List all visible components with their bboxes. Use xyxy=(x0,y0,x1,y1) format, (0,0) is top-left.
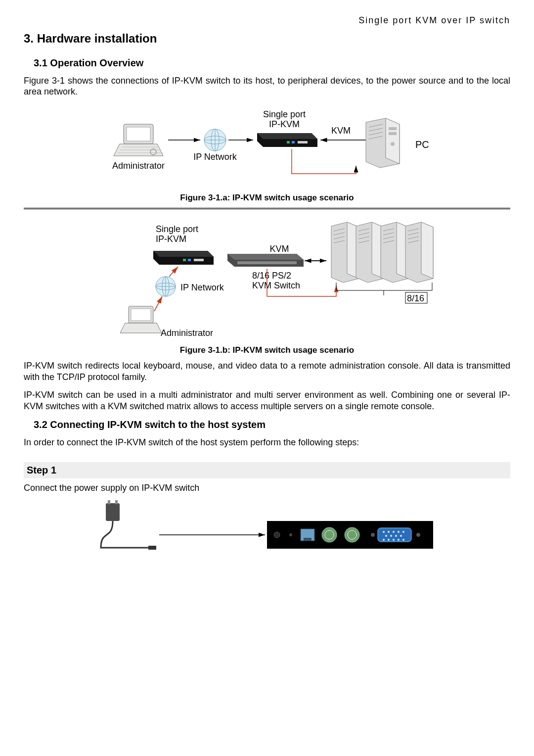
figure-divider xyxy=(24,208,510,209)
label-admin-b: Administrator xyxy=(161,328,213,338)
label-pc: PC xyxy=(415,139,429,150)
label-admin: Administrator xyxy=(112,161,165,171)
figure-3-1-a: Administrator IP Network Single port IP-… xyxy=(24,104,510,189)
server-tower-icon xyxy=(381,222,408,283)
server-tower-icon xyxy=(331,222,359,283)
svg-point-76 xyxy=(398,539,400,541)
globe-icon xyxy=(204,129,226,151)
globe-icon-b xyxy=(156,277,176,296)
section-3-2-title: 3.2 Connecting IP-KVM switch to the host… xyxy=(34,419,510,431)
server-tower-icon xyxy=(405,222,433,283)
label-sp2: IP-KVM xyxy=(269,119,300,129)
chapter-title: 3. Hardware installation xyxy=(24,31,510,46)
step1-figure xyxy=(24,500,510,560)
section-3-1-intro: Figure 3-1 shows the connections of IP-K… xyxy=(24,75,510,97)
svg-point-22 xyxy=(391,142,395,146)
svg-point-73 xyxy=(383,539,385,541)
svg-point-66 xyxy=(393,531,395,533)
svg-rect-25 xyxy=(194,259,204,261)
laptop-icon xyxy=(114,124,163,156)
svg-point-65 xyxy=(388,531,390,533)
ps2-port-icon xyxy=(322,527,337,542)
svg-rect-56 xyxy=(106,503,120,521)
figure-3-1-b-caption: Figure 3-1.b: IP-KVM switch usage scenar… xyxy=(24,345,510,355)
svg-rect-21 xyxy=(389,132,397,135)
label-sp1: Single port xyxy=(263,109,306,119)
server-tower-icon xyxy=(356,222,384,283)
label-sw2: KVM Switch xyxy=(252,281,300,290)
svg-rect-14 xyxy=(298,141,308,143)
label-sp2b: IP-KVM xyxy=(156,234,186,244)
svg-rect-13 xyxy=(292,141,295,143)
label-ipnet-b: IP Network xyxy=(180,283,224,292)
label-kvm-b: KVM xyxy=(269,244,289,254)
svg-line-32 xyxy=(169,267,178,277)
svg-point-69 xyxy=(385,535,387,537)
kvm-switch-icon xyxy=(227,254,304,267)
ipkvm-box-icon-b xyxy=(153,251,214,265)
svg-point-67 xyxy=(398,531,400,533)
step1-text: Connect the power supply on IP-KVM switc… xyxy=(24,482,510,494)
running-header: Single port KVM over IP switch xyxy=(24,15,510,26)
laptop-icon-b xyxy=(120,306,162,333)
svg-rect-12 xyxy=(287,141,290,143)
ps2-port-icon xyxy=(345,527,359,542)
svg-rect-20 xyxy=(389,127,397,130)
svg-rect-1 xyxy=(127,127,150,141)
screw-icon xyxy=(416,533,420,537)
label-sw1: 8/16 PS/2 xyxy=(252,271,291,281)
svg-point-75 xyxy=(393,539,395,541)
svg-point-70 xyxy=(390,535,392,537)
svg-rect-59 xyxy=(148,546,156,550)
svg-point-68 xyxy=(402,531,404,533)
svg-rect-61 xyxy=(304,538,312,541)
section-3-1-para3: IP-KVM switch can be used in a multi adm… xyxy=(24,389,510,412)
label-ipnet: IP Network xyxy=(193,152,237,162)
dc-jack-icon xyxy=(274,532,280,538)
svg-rect-23 xyxy=(183,259,186,261)
label-kvm: KVM xyxy=(331,126,351,136)
svg-point-64 xyxy=(383,531,385,533)
svg-rect-24 xyxy=(188,259,191,261)
svg-rect-58 xyxy=(115,500,118,504)
screw-icon xyxy=(371,533,375,537)
led-icon xyxy=(289,533,292,536)
svg-rect-35 xyxy=(131,309,151,321)
svg-point-72 xyxy=(400,535,402,537)
label-sp1b: Single port xyxy=(156,224,198,234)
svg-line-33 xyxy=(154,296,162,311)
section-3-1-para2: IP-KVM switch redirects local keyboard, … xyxy=(24,360,510,382)
svg-rect-57 xyxy=(108,500,110,504)
step1-title: Step 1 xyxy=(24,462,510,478)
svg-rect-26 xyxy=(237,261,297,264)
power-adapter-icon xyxy=(101,500,156,550)
label-servers-count: 8/16 xyxy=(407,293,424,303)
pc-tower-icon xyxy=(366,118,400,168)
section-3-1-title: 3.1 Operation Overview xyxy=(34,57,510,69)
svg-point-77 xyxy=(402,539,404,541)
figure-3-1-b: Single port IP-KVM KVM 8/16 PS/2 KVM Swi… xyxy=(24,217,510,341)
svg-point-71 xyxy=(395,535,397,537)
svg-point-74 xyxy=(388,539,390,541)
figure-3-1-a-caption: Figure 3-1.a: IP-KVM switch usage scenar… xyxy=(24,192,510,203)
section-3-2-intro: In order to connect the IP-KVM switch of… xyxy=(24,437,510,448)
ipkvm-box-icon xyxy=(257,133,317,147)
